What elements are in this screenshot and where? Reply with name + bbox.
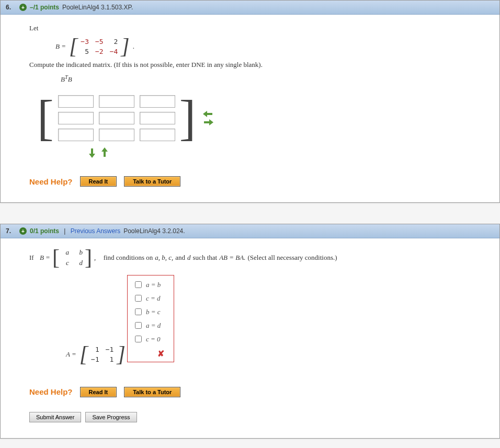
save-progress-button[interactable]: Save Progress <box>85 412 137 422</box>
choice-row: b = c <box>135 308 166 316</box>
svg-marker-5 <box>89 154 95 158</box>
column-resize-controls <box>203 111 213 125</box>
previous-answers-link[interactable]: Previous Answers <box>71 227 120 235</box>
matrix-cell: −3 <box>81 38 89 45</box>
talk-to-tutor-button[interactable]: Talk to a Tutor <box>124 176 180 187</box>
submit-answer-button[interactable]: Submit Answer <box>29 412 81 422</box>
choice-row: c = d <box>135 294 166 303</box>
matrix-input[interactable] <box>140 112 175 124</box>
right-bracket-icon: ] <box>85 248 92 268</box>
incorrect-icon: ✘ <box>135 349 166 359</box>
add-column-icon[interactable] <box>203 119 213 125</box>
matrix-cell: 1 <box>91 346 99 353</box>
svg-marker-0 <box>203 111 207 117</box>
question-ref: PooleLinAlg4 3.2.024. <box>123 227 185 235</box>
prompt-row: If B = [ a b c d ] , find conditions on … <box>29 248 471 268</box>
matrix-cell: −1 <box>91 355 99 363</box>
instruction-vars: a, b, c, <box>155 254 173 262</box>
svg-rect-7 <box>104 152 106 157</box>
matrix-B-definition: B = [ −3 −5 2 5 −2 −4 ] . <box>55 37 134 56</box>
points-label: 0/1 points <box>30 227 59 235</box>
choice-row: a = d <box>135 321 166 330</box>
choice-row: a = b <box>135 281 166 289</box>
left-bracket-icon: [ <box>37 96 54 141</box>
let-text: Let <box>29 24 471 32</box>
if-text: If <box>29 254 34 262</box>
choice-label: b = c <box>146 308 161 316</box>
points-label: –/1 points <box>30 4 59 11</box>
matrix-input[interactable] <box>140 129 175 141</box>
matrix-cell: 1 <box>106 355 114 363</box>
svg-rect-2 <box>204 121 209 123</box>
instruction-pre: find conditions on <box>104 254 153 262</box>
need-help-row: Need Help? Read It Talk to a Tutor <box>29 176 471 187</box>
choice-checkbox[interactable] <box>135 281 142 288</box>
matrix-cell: −4 <box>110 48 118 55</box>
matrix-input[interactable] <box>140 95 175 108</box>
choice-label: c = d <box>146 294 161 303</box>
eq-label: B = <box>55 42 66 51</box>
plus-icon[interactable]: + <box>19 4 27 11</box>
choice-checkbox[interactable] <box>135 295 142 302</box>
expression: BTB <box>61 74 471 84</box>
right-bracket-icon: ] <box>121 37 129 56</box>
instruction-d: d <box>187 254 191 262</box>
left-bracket-icon: [ <box>52 248 60 268</box>
comma: , <box>94 254 96 262</box>
talk-to-tutor-button[interactable]: Talk to a Tutor <box>124 387 180 397</box>
right-bracket-icon: ] <box>179 96 196 141</box>
matrix-cell: 2 <box>110 38 118 45</box>
choice-label: a = b <box>146 281 161 289</box>
svg-marker-3 <box>209 119 213 125</box>
question-ref: PooleLinAlg4 3.1.503.XP. <box>62 4 133 11</box>
matrix-input[interactable] <box>99 95 134 108</box>
eq-label-A: A = <box>66 350 76 359</box>
left-bracket-icon: [ <box>79 344 88 364</box>
period: . <box>133 42 134 51</box>
svg-marker-6 <box>101 147 108 152</box>
question-7: 7. + 0/1 points | Previous Answers Poole… <box>0 224 500 439</box>
instruction-text: Compute the indicated matrix. (If this i… <box>29 61 471 69</box>
read-it-button[interactable]: Read It <box>80 387 117 397</box>
add-row-icon[interactable] <box>89 147 95 158</box>
matrix-input[interactable] <box>99 129 134 141</box>
answer-matrix-input: [ ] <box>37 93 471 143</box>
choice-checkbox[interactable] <box>135 336 142 342</box>
matrix-cell: 5 <box>81 48 89 55</box>
matrix-cell: c <box>62 259 69 267</box>
choices-box: a = b c = d b = c a = d c = 0 ✘ <box>127 275 174 362</box>
right-bracket-icon: ] <box>117 344 125 364</box>
instruction-post: (Select all necessary conditions.) <box>247 254 337 262</box>
divider: | <box>62 227 67 235</box>
question-body: Let B = [ −3 −5 2 5 −2 −4 ] . Compute th… <box>1 15 499 202</box>
matrix-input[interactable] <box>58 112 94 124</box>
need-help-row: Need Help? Read It Talk to a Tutor <box>29 387 471 397</box>
question-number: 6. <box>6 4 16 11</box>
svg-rect-4 <box>91 148 93 154</box>
choice-row: c = 0 <box>135 335 166 343</box>
remove-column-icon[interactable] <box>203 111 213 117</box>
matrix-input[interactable] <box>58 95 94 108</box>
matrix-B-grid: a b c d <box>62 248 83 267</box>
matrix-input[interactable] <box>58 129 94 141</box>
submit-row: Submit Answer Save Progress <box>29 412 471 422</box>
matrix-cell: d <box>75 259 83 267</box>
question-body: If B = [ a b c d ] , find conditions on … <box>1 238 499 438</box>
matrix-cell: −1 <box>106 346 114 353</box>
left-bracket-icon: [ <box>69 37 77 56</box>
remove-row-icon[interactable] <box>101 147 108 158</box>
matrix-input[interactable] <box>99 112 134 124</box>
row-resize-controls <box>87 150 110 156</box>
eq-label: B = <box>40 254 50 262</box>
matrix-cell: b <box>75 248 83 257</box>
choice-checkbox[interactable] <box>135 322 142 329</box>
instruction-eq: AB = BA. <box>219 254 245 262</box>
question-header: 6. + –/1 points PooleLinAlg4 3.1.503.XP. <box>1 1 499 15</box>
answer-grid <box>54 93 179 143</box>
need-help-label: Need Help? <box>29 177 73 186</box>
plus-icon[interactable]: + <box>19 227 27 235</box>
instruction-mid: such that <box>193 254 218 262</box>
question-number: 7. <box>6 227 16 235</box>
read-it-button[interactable]: Read It <box>80 176 117 187</box>
choice-checkbox[interactable] <box>135 308 142 315</box>
